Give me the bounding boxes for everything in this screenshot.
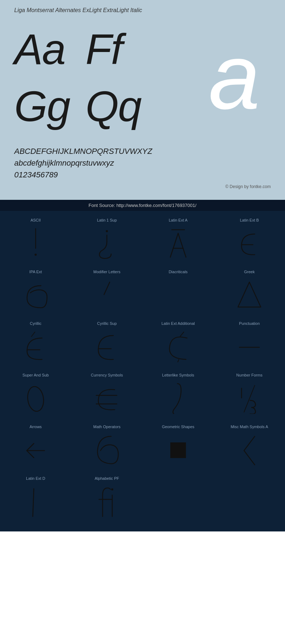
one-third-icon — [235, 382, 264, 414]
copyright: © Design by fontke.com — [14, 184, 271, 189]
angle-icon — [235, 433, 264, 466]
c-cedilla-icon — [164, 330, 192, 362]
glyph-symbol-cyrillicsup — [89, 328, 125, 364]
glyph-letterlike: Letterlike Symbols — [142, 369, 214, 421]
glyph-latinextd: Latin Ext D — [0, 473, 71, 524]
alphabet-lower: abcdefghijklmnopqrstuvwxyz — [14, 157, 271, 169]
glyph-label-latin1sup: Latin 1 Sup — [97, 218, 117, 222]
zero-italic-icon — [21, 382, 50, 414]
alphabet-upper: ABCDEFGHIJKLMNOPQRSTUVWXYZ — [14, 145, 271, 157]
glyph-superandsub: Super And Sub — [0, 369, 71, 421]
glyph-latinexta: Latin Ext A — [142, 214, 214, 266]
script-l-icon — [164, 382, 192, 414]
svg-point-17 — [26, 385, 45, 412]
glyph-numberforms: Number Forms — [214, 369, 285, 421]
glyph-label-letterlike: Letterlike Symbols — [162, 373, 194, 377]
glyph-label-arrows: Arrows — [30, 425, 42, 429]
glyph-punctuation: Punctuation — [214, 318, 285, 369]
letter-gg: Gg — [14, 85, 70, 128]
glyph-symbol-latinextb — [232, 225, 267, 261]
glyph-latin1sup: Latin 1 Sup — [71, 214, 142, 266]
glyph-label-diacriticals: Diacriticals — [169, 270, 187, 274]
glyph-symbol-miscmathsymbolsa — [232, 432, 267, 467]
top-section: Liga Montserrat Alternates ExLight Extra… — [0, 0, 285, 200]
glyph-greek: Greek — [214, 266, 285, 318]
glyph-symbol-superandsub — [18, 380, 53, 416]
glyph-label-greek: Greek — [244, 270, 255, 274]
triangle-icon — [235, 279, 264, 311]
glyph-symbol-greek — [232, 277, 267, 312]
glyph-symbol-mathoperators — [89, 432, 125, 467]
reverse-e-icon — [235, 227, 264, 259]
glyph-label-alphabeticpf: Alphabetic PF — [95, 476, 119, 481]
glyphs-grid: ASCII Latin 1 Sup Latin Ext A — [0, 214, 285, 524]
glyph-currencysymbols: Currency Symbols — [71, 369, 142, 421]
glyph-alphabeticpf: Alphabetic PF — [71, 473, 142, 524]
glyph-ipaext: IPA Ext — [0, 266, 71, 318]
left-arrow-icon — [21, 433, 50, 466]
svg-line-12 — [31, 332, 35, 337]
fi-lig-icon — [93, 485, 121, 517]
glyph-label-ipaext: IPA Ext — [29, 270, 42, 274]
glyph-symbol-ipaext — [18, 277, 53, 312]
glyph-symbol-cyrillic — [18, 328, 53, 364]
glyph-symbol-arrows — [18, 432, 53, 467]
em-dash-icon — [235, 330, 264, 362]
glyph-symbol-currencysymbols — [89, 380, 125, 416]
glyph-cyrillicsup: Cyrillic Sup — [71, 318, 142, 369]
glyph-label-cyrillic: Cyrillic — [30, 321, 41, 326]
glyph-label-punctuation: Punctuation — [239, 321, 260, 326]
bg-letter: a — [208, 35, 260, 118]
cyrillic-icon — [21, 330, 50, 362]
svg-line-15 — [180, 332, 184, 336]
glyph-symbol-latinextd — [18, 483, 53, 519]
partial-icon — [93, 433, 121, 466]
exclaim-icon — [21, 227, 50, 259]
svg-line-14 — [177, 359, 179, 362]
glyph-label-superandsub: Super And Sub — [22, 373, 49, 377]
glyph-mathoperators: Math Operators — [71, 421, 142, 473]
glyph-label-modletters: Modifier Letters — [93, 270, 120, 274]
atilde-icon — [164, 227, 192, 259]
letter-qq: Qq — [86, 85, 141, 128]
glyph-label-latinextb: Latin Ext B — [240, 218, 259, 222]
glyph-cyrillic: Cyrillic — [0, 318, 71, 369]
iquest-icon — [93, 227, 121, 259]
glyph-symbol-diacriticals — [160, 277, 196, 312]
glyph-symbol-ascii — [18, 225, 53, 261]
glyph-geometricshapes: Geometric Shapes — [142, 421, 214, 473]
svg-line-9 — [104, 282, 110, 295]
glyph-symbol-modletters — [89, 277, 125, 312]
letter-ff: Ff — [86, 28, 122, 71]
colone-icon — [93, 382, 121, 414]
glyph-label-ascii: ASCII — [31, 218, 41, 222]
glyph-miscmathsymbolsa: Misc Math Symbols A — [214, 421, 285, 473]
alphabet-digits: 0123456789 — [14, 169, 271, 181]
glyph-latinextb: Latin Ext B — [214, 214, 285, 266]
glyph-label-latinexta: Latin Ext A — [169, 218, 188, 222]
cyrillic-sup-icon — [93, 330, 121, 362]
glyph-label-miscmathsymbolsa: Misc Math Symbols A — [230, 425, 268, 429]
black-square-icon — [164, 433, 192, 466]
glyph-symbol-letterlike — [160, 380, 196, 416]
vert-line-icon — [21, 485, 50, 517]
diacritical-icon — [164, 279, 192, 311]
glyph-symbol-latinextadditional — [160, 328, 196, 364]
font-source-bar: Font Source: http://www.fontke.com/font/… — [0, 200, 285, 211]
glyph-symbol-numberforms — [232, 380, 267, 416]
glyph-symbol-geometricshapes — [160, 432, 196, 467]
svg-line-5 — [170, 233, 178, 257]
glyph-label-numberforms: Number Forms — [236, 373, 262, 377]
glyph-arrows: Arrows — [0, 421, 71, 473]
svg-line-6 — [178, 233, 186, 257]
glyph-label-latinextadditional: Latin Ext Additional — [161, 321, 195, 326]
glyph-symbol-punctuation — [232, 328, 267, 364]
font-title: Liga Montserrat Alternates ExLight Extra… — [14, 7, 271, 14]
glyph-diacriticals: Diacriticals — [142, 266, 214, 318]
glyph-label-mathoperators: Math Operators — [93, 425, 120, 429]
alphabet-section: ABCDEFGHIJKLMNOPQRSTUVWXYZ abcdefghijklm… — [14, 145, 271, 181]
glyph-latinextadditional: Latin Ext Additional — [142, 318, 214, 369]
svg-rect-23 — [170, 442, 186, 458]
glyph-symbol-alphabeticpf — [89, 483, 125, 519]
schwa-icon — [21, 279, 50, 311]
